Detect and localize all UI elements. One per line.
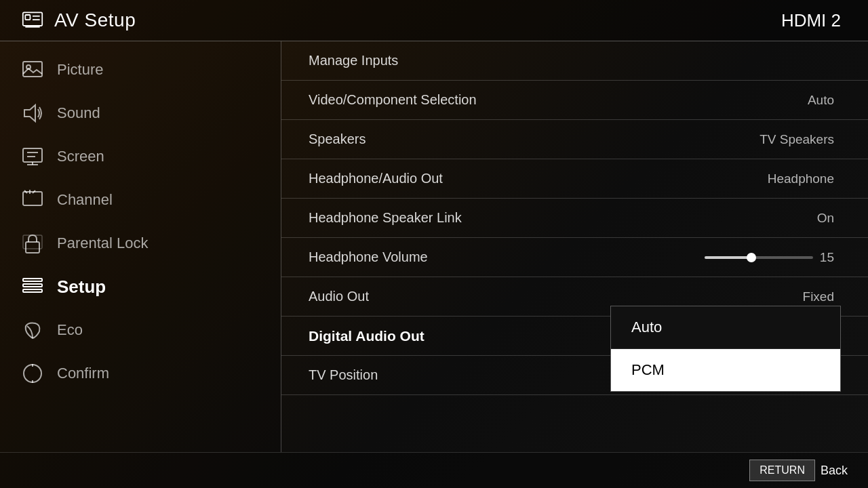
setup-icon	[20, 274, 45, 299]
digital-audio-out-dropdown: Auto PCM	[610, 306, 841, 392]
input-label: HDMI 2	[781, 10, 841, 31]
menu-row-headphone-volume[interactable]: Headphone Volume 15	[281, 238, 868, 277]
digital-audio-out-label: Digital Audio Out	[309, 328, 425, 344]
video-component-label: Video/Component Selection	[309, 92, 477, 108]
tv-position-label: TV Position	[309, 367, 378, 383]
eco-icon	[20, 318, 45, 342]
menu-row-speakers[interactable]: Speakers TV Speakers	[281, 120, 868, 159]
lock-icon	[20, 231, 45, 256]
video-component-value: Auto	[808, 93, 834, 108]
sound-icon	[20, 101, 45, 125]
return-button[interactable]: RETURN Back	[749, 460, 848, 481]
headphone-volume-value: 15	[820, 250, 834, 265]
menu-row-video-component[interactable]: Video/Component Selection Auto	[281, 81, 868, 120]
sidebar: Picture Sound Screen Ch	[0, 41, 281, 452]
speakers-label: Speakers	[309, 131, 366, 147]
slider-track[interactable]	[705, 256, 813, 259]
svg-rect-1	[25, 15, 30, 20]
svg-rect-5	[23, 62, 42, 77]
picture-icon	[20, 58, 45, 82]
ui-container: AV Setup HDMI 2 Picture Sound	[0, 0, 868, 488]
sidebar-item-eco[interactable]: Eco	[0, 308, 281, 352]
dropdown-option-pcm-label: PCM	[631, 361, 665, 378]
audio-out-value: Fixed	[803, 289, 834, 304]
svg-rect-8	[23, 148, 42, 162]
back-label: Back	[821, 464, 848, 478]
bottom-bar: RETURN Back	[0, 452, 868, 488]
headphone-audio-out-label: Headphone/Audio Out	[309, 171, 443, 186]
dropdown-option-auto[interactable]: Auto	[611, 306, 840, 349]
svg-rect-16	[23, 279, 42, 281]
sidebar-item-picture[interactable]: Picture	[0, 48, 281, 92]
menu-row-headphone-speaker-link[interactable]: Headphone Speaker Link On	[281, 199, 868, 238]
sidebar-item-screen[interactable]: Screen	[0, 135, 281, 178]
svg-rect-13	[23, 192, 42, 205]
right-panel: Manage Inputs Video/Component Selection …	[281, 41, 868, 452]
sidebar-item-sound[interactable]: Sound	[0, 92, 281, 135]
sidebar-label-eco: Eco	[57, 321, 83, 339]
sidebar-label-screen: Screen	[57, 148, 104, 165]
sidebar-item-setup[interactable]: Setup	[0, 265, 281, 308]
channel-icon	[20, 188, 45, 212]
dropdown-option-auto-label: Auto	[631, 319, 662, 336]
sidebar-item-channel[interactable]: Channel	[0, 178, 281, 222]
confirm-icon	[20, 361, 45, 386]
svg-rect-14	[26, 242, 39, 253]
svg-point-19	[24, 365, 41, 382]
page-title: AV Setup	[54, 9, 136, 31]
svg-marker-7	[24, 105, 35, 121]
slider-thumb[interactable]	[747, 253, 756, 262]
headphone-volume-control[interactable]: 15	[705, 250, 834, 265]
dropdown-option-pcm[interactable]: PCM	[611, 349, 840, 391]
return-label[interactable]: RETURN	[749, 460, 815, 481]
main-content: Picture Sound Screen Ch	[0, 41, 868, 452]
top-bar: AV Setup HDMI 2	[0, 0, 868, 41]
headphone-audio-out-value: Headphone	[768, 171, 834, 186]
sidebar-item-confirm[interactable]: Confirm	[0, 352, 281, 395]
manage-inputs-label: Manage Inputs	[309, 53, 398, 68]
menu-row-headphone-audio-out[interactable]: Headphone/Audio Out Headphone	[281, 159, 868, 199]
headphone-speaker-link-value: On	[817, 211, 834, 226]
screen-icon	[20, 144, 45, 169]
svg-rect-18	[23, 289, 42, 292]
sidebar-label-confirm: Confirm	[57, 365, 109, 382]
sidebar-label-parental-lock: Parental Lock	[57, 235, 149, 252]
svg-rect-17	[23, 284, 42, 287]
sidebar-label-picture: Picture	[57, 61, 103, 79]
headphone-speaker-link-label: Headphone Speaker Link	[309, 210, 462, 226]
sidebar-label-channel: Channel	[57, 191, 113, 209]
av-setup-icon	[20, 8, 45, 33]
sidebar-label-sound: Sound	[57, 104, 100, 122]
speakers-value: TV Speakers	[760, 132, 834, 147]
menu-row-manage-inputs[interactable]: Manage Inputs	[281, 41, 868, 81]
sidebar-item-parental-lock[interactable]: Parental Lock	[0, 222, 281, 265]
headphone-volume-label: Headphone Volume	[309, 249, 428, 265]
sidebar-label-setup: Setup	[57, 277, 106, 298]
top-bar-left: AV Setup	[20, 8, 136, 33]
audio-out-label: Audio Out	[309, 289, 369, 304]
